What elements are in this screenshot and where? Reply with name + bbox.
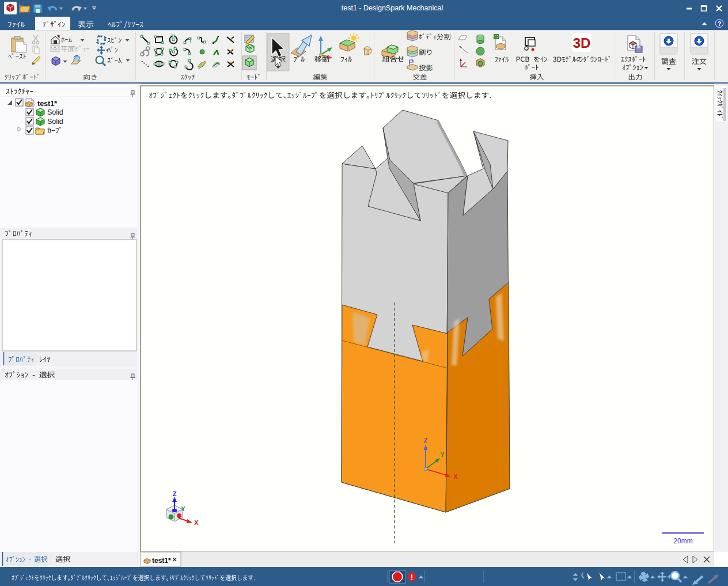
svg-text:Solid: Solid xyxy=(47,108,63,116)
svg-text:Y: Y xyxy=(181,505,185,512)
svg-text:test1*: test1* xyxy=(37,100,57,108)
svg-text:X: X xyxy=(194,519,199,526)
svg-text:test1*: test1* xyxy=(152,557,171,565)
svg-text:Solid: Solid xyxy=(47,118,63,126)
svg-text:Y: Y xyxy=(441,452,445,458)
svg-text:!: ! xyxy=(411,573,413,581)
svg-text:20mm: 20mm xyxy=(673,537,692,545)
svg-text:?: ? xyxy=(718,20,722,27)
svg-text:Z: Z xyxy=(424,437,427,444)
svg-text:3D: 3D xyxy=(573,35,591,51)
svg-text:Z: Z xyxy=(173,490,177,497)
svg-text:X: X xyxy=(454,474,458,480)
svg-text:test1 - DesignSpark Mechanical: test1 - DesignSpark Mechanical xyxy=(342,4,443,12)
